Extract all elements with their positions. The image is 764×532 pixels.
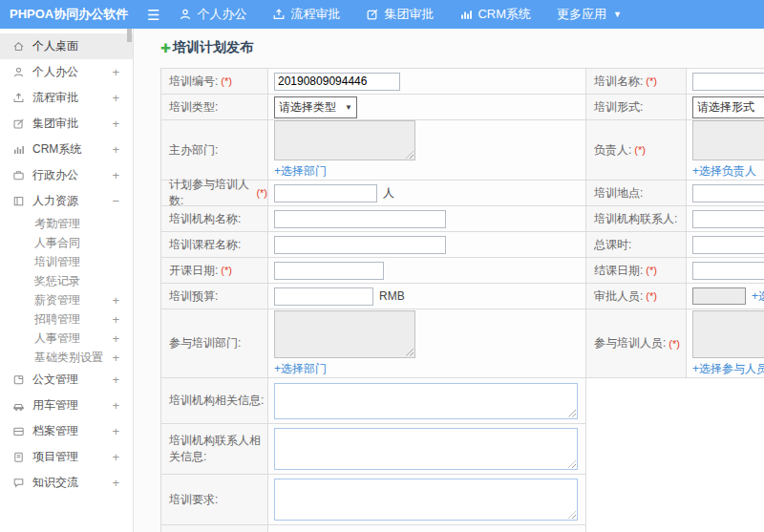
sidebar-item-personal-desktop[interactable]: 个人桌面 <box>0 33 133 59</box>
field-cell <box>687 258 764 284</box>
field-label-start-date: 开课日期:(*) <box>161 258 268 284</box>
sidebar-item-workflow-approval[interactable]: 流程审批 + <box>0 85 133 111</box>
field-cell: 请选择类型▼ <box>268 95 586 120</box>
sidebar-subitem-label: 薪资管理 <box>34 292 80 309</box>
nav-label: 流程审批 <box>290 6 340 23</box>
requirement-textarea[interactable] <box>274 479 578 521</box>
end-date-input[interactable] <box>692 262 764 280</box>
expand-plus-icon[interactable]: + <box>112 65 119 79</box>
sidebar-subitem-base-category[interactable]: 基础类别设置 + <box>0 348 133 367</box>
sidebar-subitem-label: 基础类别设置 <box>34 350 103 366</box>
expand-plus-icon[interactable]: + <box>112 450 119 464</box>
form-row: 培训编号:(*) 培训名称:(*) <box>161 69 764 95</box>
page-title: ✚ 培训计划发布 <box>160 39 764 56</box>
sidebar-item-vehicle[interactable]: 用车管理 + <box>0 393 133 418</box>
field-cell <box>268 258 586 284</box>
org-info-textarea[interactable] <box>274 383 578 419</box>
approver-input[interactable] <box>692 287 746 305</box>
join-dept-textarea[interactable] <box>274 310 415 358</box>
type-select[interactable]: 请选择类型▼ <box>274 96 357 118</box>
course-input[interactable] <box>274 236 446 254</box>
expand-plus-icon[interactable]: + <box>112 476 119 490</box>
place-input[interactable] <box>692 184 764 202</box>
field-label-hours: 总课时: <box>586 232 687 258</box>
sidebar-subitem-training[interactable]: 培训管理 <box>0 252 133 271</box>
sidebar-scrollbar[interactable] <box>127 29 132 42</box>
select-approver-link[interactable]: +选择审批人员 <box>752 288 764 305</box>
select-join-dept-link[interactable]: +选择部门 <box>274 361 327 377</box>
nav-workflow-approval[interactable]: 流程审批 <box>272 6 340 23</box>
sidebar-subitem-reward-record[interactable]: 奖惩记录 <box>0 271 133 290</box>
sidebar-item-label: 知识交流 <box>32 475 78 491</box>
expand-plus-icon[interactable]: + <box>112 91 119 105</box>
sidebar-item-admin-office[interactable]: 行政办公 + <box>0 162 133 188</box>
org-contact-info-textarea[interactable] <box>274 428 578 470</box>
field-label-place: 培训地点: <box>586 181 687 206</box>
field-label-mode: 培训形式: <box>586 95 687 120</box>
expand-plus-icon[interactable]: + <box>112 293 119 308</box>
count-input[interactable] <box>274 184 377 202</box>
sidebar-item-label: 个人办公 <box>32 64 78 80</box>
expand-plus-icon[interactable]: + <box>112 351 119 365</box>
expand-plus-icon[interactable]: + <box>112 398 119 413</box>
collapse-minus-icon[interactable]: − <box>112 194 119 208</box>
nav-group-approval[interactable]: 集团审批 <box>366 6 434 23</box>
mode-select[interactable]: 请选择形式▼ <box>692 96 764 118</box>
code-input[interactable] <box>274 73 400 91</box>
expand-plus-icon[interactable]: + <box>112 424 119 438</box>
nav-crm-system[interactable]: CRM系统 <box>459 6 531 23</box>
page-title-text: 培训计划发布 <box>173 39 253 56</box>
nav-label: 集团审批 <box>384 6 434 23</box>
sidebar-item-knowledge[interactable]: 知识交流 + <box>0 470 133 496</box>
field-label-code: 培训编号:(*) <box>161 69 268 95</box>
nav-personal-office[interactable]: 个人办公 <box>179 6 246 23</box>
hamburger-icon[interactable]: ☰ <box>147 8 159 22</box>
sidebar-item-archive[interactable]: 档案管理 + <box>0 418 133 444</box>
field-cell <box>687 181 764 206</box>
expand-plus-icon[interactable]: + <box>112 117 119 131</box>
sidebar-item-crm[interactable]: CRM系统 + <box>0 137 133 162</box>
field-label-type: 培训类型: <box>161 95 268 120</box>
sidebar-subitem-salary[interactable]: 薪资管理 + <box>0 290 133 309</box>
form-row: 计划参与培训人数:(*) 人 培训地点: <box>161 181 764 206</box>
expand-plus-icon[interactable]: + <box>112 168 119 182</box>
expand-plus-icon[interactable]: + <box>112 312 119 327</box>
field-label-budget: 培训预算: <box>161 284 268 309</box>
field-label-dept: 主办部门: <box>161 120 268 181</box>
field-cell <box>687 69 764 95</box>
expand-plus-icon[interactable]: + <box>112 372 119 387</box>
budget-input[interactable] <box>274 287 373 306</box>
sidebar-subitem-attendance[interactable]: 考勤管理 <box>0 214 133 233</box>
document-icon <box>12 373 25 386</box>
field-label-join-people: 参与培训人员:(*) <box>586 309 687 378</box>
bar-chart-icon <box>459 8 473 21</box>
field-label-requirement: 培训要求: <box>161 475 268 525</box>
org-input[interactable] <box>274 210 446 228</box>
sidebar-subitem-personnel[interactable]: 人事管理 + <box>0 329 133 348</box>
field-label-org: 培训机构名称: <box>161 206 268 232</box>
sidebar-item-project[interactable]: 项目管理 + <box>0 444 133 470</box>
select-leader-link[interactable]: +选择负责人 <box>692 163 756 180</box>
sidebar-item-official-doc[interactable]: 公文管理 + <box>0 367 133 393</box>
sidebar-item-personal-office[interactable]: 个人办公 + <box>0 59 133 85</box>
sidebar-item-hr[interactable]: 人力资源 − <box>0 188 133 214</box>
sidebar-subitem-recruit[interactable]: 招聘管理 + <box>0 309 133 329</box>
field-label-count: 计划参与培训人数:(*) <box>161 181 268 206</box>
dept-textarea[interactable] <box>274 120 415 160</box>
select-join-people-link[interactable]: +选择参与人员 <box>692 361 764 377</box>
expand-plus-icon[interactable]: + <box>112 331 119 346</box>
leader-textarea[interactable] <box>692 120 764 160</box>
join-people-textarea[interactable] <box>692 310 764 358</box>
sidebar-item-group-approval[interactable]: 集团审批 + <box>0 111 133 137</box>
org-contact-input[interactable] <box>692 210 764 228</box>
start-date-input[interactable] <box>274 262 384 280</box>
field-cell <box>268 69 586 95</box>
field-label-join-dept: 参与培训部门: <box>161 309 268 378</box>
name-input[interactable] <box>692 73 764 91</box>
sidebar-subitem-hr-contract[interactable]: 人事合同 <box>0 233 133 252</box>
select-dept-link[interactable]: +选择部门 <box>274 163 327 180</box>
hours-input[interactable] <box>692 236 764 254</box>
nav-more-apps[interactable]: 更多应用 ▼ <box>557 6 622 23</box>
expand-plus-icon[interactable]: + <box>112 142 119 157</box>
sidebar-item-label: 人力资源 <box>32 193 78 209</box>
